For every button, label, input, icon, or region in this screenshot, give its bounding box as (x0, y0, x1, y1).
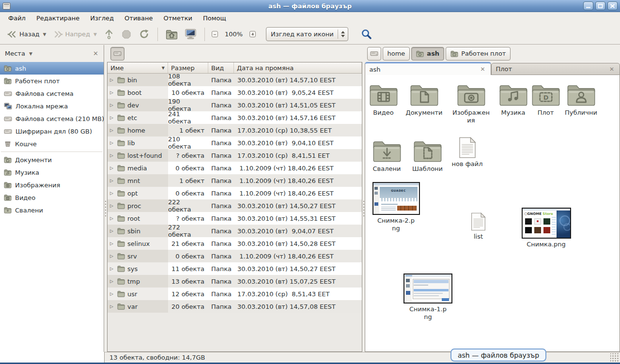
menu-item-0[interactable]: Файл (3, 13, 31, 23)
home-button[interactable] (162, 27, 181, 42)
back-button[interactable]: Назад ▼ (4, 28, 50, 41)
tab-ash[interactable]: ash✕ (365, 62, 491, 75)
expander-icon[interactable]: ▷ (110, 291, 115, 296)
root-location-button[interactable] (110, 47, 124, 61)
zoom-out-icon (212, 31, 218, 37)
forward-button[interactable]: Напред ▼ (50, 28, 100, 41)
table-row-boot[interactable]: ▷boot10 обектаПапка30.03.2010 (вт) 9,05,… (108, 86, 362, 99)
expander-icon[interactable]: ▷ (110, 115, 115, 120)
sidebar-item-шифриран-дял-(80-gb)[interactable]: Шифриран дял (80 GB) (0, 125, 104, 137)
expander-icon[interactable]: ▷ (110, 90, 115, 95)
search-button[interactable] (357, 26, 376, 43)
expander-icon[interactable]: ▷ (110, 153, 115, 158)
column-header-2[interactable]: Вид (208, 62, 234, 73)
menu-item-2[interactable]: Изглед (85, 13, 119, 23)
sidebar-item-изображения[interactable]: Изображения (0, 179, 104, 191)
tab-close-icon[interactable]: ✕ (608, 66, 615, 73)
table-row-root[interactable]: ▷root? обектаПапка30.03.2010 (вт) 14,55,… (108, 212, 362, 225)
up-button[interactable] (100, 26, 118, 43)
table-row-lib[interactable]: ▷lib210 обектаПапка30.03.2010 (вт) 9,04,… (108, 136, 362, 149)
expander-icon[interactable]: ▷ (110, 304, 115, 309)
table-row-var[interactable]: ▷var20 обектаПапка30.03.2010 (вт) 14,57,… (108, 300, 362, 313)
expander-icon[interactable]: ▷ (110, 191, 115, 196)
icon-view-item-снимка-1.png[interactable]: Снимка-1.png (402, 273, 455, 320)
breadcrumb-button-root[interactable] (367, 47, 381, 61)
sidebar-item-файлова-система[interactable]: Файлова система (0, 87, 104, 100)
icon-view-item-публични[interactable]: Публични (555, 82, 608, 117)
sidebar-item-локална-мрежа[interactable]: Локална мрежа (0, 100, 104, 112)
table-row-proc[interactable]: ▷proc222 обектаПапка30.03.2010 (вт) 14,5… (108, 199, 362, 212)
menu-item-3[interactable]: Отиване (119, 13, 158, 23)
table-row-sbin[interactable]: ▷sbin272 обектаПапка30.03.2010 (вт) 9,04… (108, 225, 362, 237)
expander-icon[interactable]: ▷ (110, 279, 115, 284)
expander-icon[interactable]: ▷ (110, 266, 115, 271)
breadcrumb-button-home[interactable]: home (383, 47, 410, 61)
table-row-opt[interactable]: ▷opt0 обектаПапка 1.10.2009 (чт) 18,40,2… (108, 187, 362, 199)
pane-splitter[interactable] (104, 45, 107, 352)
sidebar-item-документи[interactable]: Документи (0, 153, 104, 166)
table-row-srv[interactable]: ▷srv0 обектаПапка 1.10.2009 (чт) 18,40,2… (108, 250, 362, 262)
expander-icon[interactable]: ▷ (110, 203, 115, 208)
sidebar-item-файлова-система-(210-mb)[interactable]: Файлова система (210 MB) (0, 112, 104, 125)
sidebar-item-кошче[interactable]: Кошче (0, 137, 104, 150)
sidebar-item-свалени[interactable]: Свалени (0, 204, 104, 216)
reload-button[interactable] (135, 26, 153, 42)
icon-view-item-list[interactable]: list (452, 212, 505, 241)
back-dropdown-icon[interactable]: ▼ (42, 32, 46, 37)
breadcrumb-button-Работен плот[interactable]: Работен плот (446, 47, 511, 61)
icon-view-item-снимка.png[interactable]: ⬡GNOME StoreСнимка.png (520, 208, 573, 248)
expander-icon[interactable]: ▷ (110, 228, 115, 233)
icon-view-item-снимка-2.png[interactable]: GUADECСнимка-2.png (370, 182, 423, 232)
minimize-button[interactable] (583, 1, 593, 10)
icon-view-item-документи[interactable]: Документи (398, 82, 451, 117)
table-row-selinux[interactable]: ▷selinux21 обектаПапка30.03.2010 (вт) 14… (108, 237, 362, 250)
table-row-lost+found[interactable]: ▷lost+found? обектаПапка17.03.2010 (ср) … (108, 149, 362, 162)
menu-item-1[interactable]: Редактиране (31, 13, 85, 23)
tab-close-icon[interactable]: ✕ (479, 66, 486, 73)
table-row-bin[interactable]: ▷bin108 обектаПапка30.03.2010 (вт) 14,57… (108, 74, 362, 86)
resize-grip[interactable] (610, 353, 619, 362)
table-row-dev[interactable]: ▷dev190 обектаПапка30.03.2010 (вт) 14,51… (108, 99, 362, 111)
computer-button[interactable] (181, 26, 200, 42)
table-row-home[interactable]: ▷home1 обектПапка17.03.2010 (ср) 10,38,5… (108, 124, 362, 136)
expander-icon[interactable]: ▷ (110, 241, 115, 246)
expander-icon[interactable]: ▷ (110, 178, 115, 183)
expander-icon[interactable]: ▷ (110, 254, 115, 258)
sidebar-item-работен-плот[interactable]: Работен плот (0, 75, 104, 87)
stop-button[interactable] (118, 27, 135, 42)
menu-item-5[interactable]: Помощ (198, 13, 232, 23)
expander-icon[interactable]: ▷ (110, 140, 115, 145)
sidebar-item-музика[interactable]: Музика (0, 166, 104, 179)
expander-icon[interactable]: ▷ (110, 103, 115, 107)
sidebar-item-label: Музика (15, 169, 39, 176)
table-row-usr[interactable]: ▷usr12 обектаПапка17.03.2010 (ср) 8,51,4… (108, 288, 362, 300)
file-size: ? обекта (168, 212, 208, 225)
sidebar-item-видео[interactable]: Видео (0, 191, 104, 204)
zoom-in-button[interactable] (247, 29, 258, 40)
column-header-1[interactable]: Размер (168, 62, 208, 73)
table-row-media[interactable]: ▷media0 обектаПапка 1.10.2009 (чт) 18,40… (108, 162, 362, 174)
view-mode-select[interactable]: Изглед като икони (266, 27, 348, 41)
sidebar-close-button[interactable]: ✕ (91, 49, 101, 58)
menu-item-4[interactable]: Отметки (158, 13, 197, 23)
expander-icon[interactable]: ▷ (110, 128, 115, 133)
icon-view-canvas[interactable]: ВидеоДокументиИзображенияМузикаDПлотПубл… (365, 75, 620, 352)
table-row-tmp[interactable]: ▷tmp13 обектаПапка30.03.2010 (вт) 15,07,… (108, 275, 362, 288)
tree-empty-area[interactable] (108, 313, 362, 351)
column-header-0[interactable]: Име▼ (108, 62, 168, 73)
tab-Плот[interactable]: Плот✕ (491, 63, 620, 75)
column-header-3[interactable]: Дата на промяна (234, 62, 362, 73)
sidebar-item-ash[interactable]: ash (0, 62, 104, 75)
table-row-etc[interactable]: ▷etc241 обектаПапка30.03.2010 (вт) 14,57… (108, 111, 362, 124)
breadcrumb-button-ash[interactable]: ash (411, 47, 444, 61)
close-button[interactable] (607, 1, 618, 10)
places-chooser[interactable]: Места ▼ (5, 50, 32, 57)
icon-view-item-нов-файл[interactable]: нов файл (441, 137, 494, 168)
expander-icon[interactable]: ▷ (110, 166, 115, 170)
maximize-button[interactable] (595, 1, 605, 10)
table-row-mnt[interactable]: ▷mnt1 обектПапка 1.10.2009 (чт) 18,40,26… (108, 174, 362, 187)
zoom-out-button[interactable] (209, 29, 221, 40)
expander-icon[interactable]: ▷ (110, 77, 115, 82)
expander-icon[interactable]: ▷ (110, 216, 115, 221)
table-row-sys[interactable]: ▷sys11 обектаПапка30.03.2010 (вт) 14,50,… (108, 262, 362, 275)
